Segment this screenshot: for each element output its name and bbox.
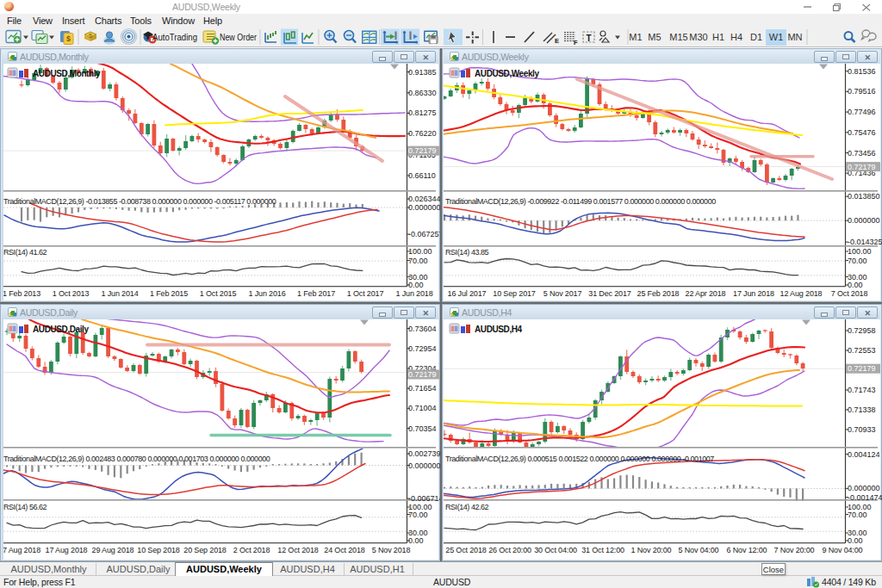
svg-text:6 Nov 12:00: 6 Nov 12:00 bbox=[727, 546, 767, 554]
svg-text:1 Oct 2015: 1 Oct 2015 bbox=[200, 289, 237, 298]
svg-text:0.000000: 0.000000 bbox=[408, 203, 440, 212]
svg-text:5 Nov 2018: 5 Nov 2018 bbox=[372, 546, 411, 554]
svg-text:70.00: 70.00 bbox=[848, 257, 867, 265]
svg-text:TraditionalMACD(12,26,9) 0.000: TraditionalMACD(12,26,9) 0.000515 0.0015… bbox=[445, 455, 714, 463]
svg-text:20 Sep 2018: 20 Sep 2018 bbox=[183, 546, 227, 554]
svg-text:-0.067257: -0.067257 bbox=[408, 230, 440, 238]
svg-text:AUDUSD,Monthly: AUDUSD,Monthly bbox=[33, 69, 101, 78]
svg-text:30 Oct 04:00: 30 Oct 04:00 bbox=[534, 546, 577, 554]
svg-text:0.72179: 0.72179 bbox=[408, 370, 437, 379]
svg-text:9 Nov 04:00: 9 Nov 04:00 bbox=[823, 546, 863, 554]
svg-text:70.00: 70.00 bbox=[848, 511, 867, 519]
svg-text:26 Oct 20:00: 26 Oct 20:00 bbox=[488, 546, 531, 554]
svg-text:10 Sep 2017: 10 Sep 2017 bbox=[493, 289, 536, 298]
svg-text:0.000000: 0.000000 bbox=[848, 216, 880, 225]
svg-text:1 Nov 20:00: 1 Nov 20:00 bbox=[631, 546, 672, 554]
svg-text:0.026344: 0.026344 bbox=[408, 195, 440, 203]
svg-text:12 Aug 2018: 12 Aug 2018 bbox=[780, 289, 823, 298]
svg-text:100.00: 100.00 bbox=[408, 247, 432, 256]
svg-text:5 Nov 04:00: 5 Nov 04:00 bbox=[679, 546, 719, 554]
svg-text:0.71004: 0.71004 bbox=[408, 404, 437, 412]
svg-text:RSI(14) 56.62: RSI(14) 56.62 bbox=[3, 503, 47, 511]
svg-text:TraditionalMACD(12,26,9) 0.002: TraditionalMACD(12,26,9) 0.002483 0.0007… bbox=[3, 455, 270, 463]
svg-text:1 Feb 2017: 1 Feb 2017 bbox=[297, 289, 335, 298]
svg-text:TraditionalMACD(12,26,9) -0.00: TraditionalMACD(12,26,9) -0.009922 -0.01… bbox=[445, 197, 716, 206]
svg-text:0.00: 0.00 bbox=[408, 281, 424, 289]
svg-text:AUDUSD,Daily: AUDUSD,Daily bbox=[33, 325, 89, 334]
svg-text:0.00: 0.00 bbox=[408, 536, 424, 545]
svg-text:30.00: 30.00 bbox=[848, 273, 867, 282]
svg-text:0.75476: 0.75476 bbox=[848, 128, 876, 137]
svg-text:17 Aug 2018: 17 Aug 2018 bbox=[46, 546, 88, 554]
svg-text:0.72179: 0.72179 bbox=[408, 146, 437, 155]
svg-text:0.004124: 0.004124 bbox=[848, 450, 880, 459]
svg-text:0.72954: 0.72954 bbox=[408, 344, 437, 353]
svg-text:12 Oct 2018: 12 Oct 2018 bbox=[277, 546, 319, 554]
svg-text:100.00: 100.00 bbox=[848, 247, 872, 256]
svg-text:T: T bbox=[586, 34, 591, 43]
svg-text:AUDUSD,Weekly: AUDUSD,Weekly bbox=[475, 69, 539, 78]
svg-text:0.013850: 0.013850 bbox=[848, 192, 880, 201]
svg-text:7 Nov 20:00: 7 Nov 20:00 bbox=[774, 546, 815, 554]
svg-text:1 Jun 2016: 1 Jun 2016 bbox=[248, 289, 285, 298]
svg-text:29 Aug 2018: 29 Aug 2018 bbox=[92, 546, 134, 554]
svg-text:RSI(14) 42.62: RSI(14) 42.62 bbox=[445, 503, 489, 511]
svg-text:22 Apr 2018: 22 Apr 2018 bbox=[686, 289, 726, 298]
svg-text:0.91385: 0.91385 bbox=[408, 68, 437, 77]
svg-text:0.73604: 0.73604 bbox=[408, 325, 437, 333]
svg-text:31 Oct 12:00: 31 Oct 12:00 bbox=[581, 546, 624, 554]
svg-text:0.00: 0.00 bbox=[848, 281, 863, 289]
svg-text:E: E bbox=[555, 37, 559, 45]
svg-text:0.81536: 0.81536 bbox=[848, 67, 876, 76]
svg-text:0.72958: 0.72958 bbox=[848, 326, 876, 335]
svg-text:0.72179: 0.72179 bbox=[848, 163, 876, 171]
svg-text:1 Feb 2013: 1 Feb 2013 bbox=[3, 289, 40, 298]
svg-text:0.81275: 0.81275 bbox=[408, 108, 437, 117]
svg-text:1 Oct 2013: 1 Oct 2013 bbox=[53, 289, 90, 298]
svg-text:0.70354: 0.70354 bbox=[408, 424, 437, 433]
svg-text:RSI(14) 41.62: RSI(14) 41.62 bbox=[3, 248, 47, 257]
svg-text:TraditionalMACD(12,26,9) -0.01: TraditionalMACD(12,26,9) -0.013855 -0.00… bbox=[3, 197, 276, 206]
svg-text:70.00: 70.00 bbox=[408, 511, 428, 519]
svg-text:25 Oct 2018: 25 Oct 2018 bbox=[445, 546, 487, 554]
svg-text:0.71338: 0.71338 bbox=[848, 405, 876, 414]
svg-text:-0.006714: -0.006714 bbox=[408, 494, 440, 503]
svg-text:0.71743: 0.71743 bbox=[848, 386, 876, 394]
svg-text:0.002739: 0.002739 bbox=[408, 449, 440, 458]
svg-text:1 Jun 2018: 1 Jun 2018 bbox=[395, 289, 432, 298]
svg-text:0.000000: 0.000000 bbox=[408, 461, 440, 470]
svg-text:0.72179: 0.72179 bbox=[848, 364, 876, 373]
svg-text:0.77496: 0.77496 bbox=[848, 108, 876, 116]
svg-text:2 Oct 2018: 2 Oct 2018 bbox=[233, 546, 270, 554]
svg-text:F: F bbox=[574, 39, 578, 46]
svg-text:16 Jul 2017: 16 Jul 2017 bbox=[448, 289, 487, 298]
svg-text:0.79516: 0.79516 bbox=[848, 87, 876, 96]
svg-text:7 Oct 2018: 7 Oct 2018 bbox=[831, 289, 868, 298]
svg-text:AUDUSD,H4: AUDUSD,H4 bbox=[475, 325, 523, 334]
svg-text:24 Oct 2018: 24 Oct 2018 bbox=[324, 546, 365, 554]
svg-text:0.70933: 0.70933 bbox=[848, 425, 876, 434]
svg-text:-0.001474: -0.001474 bbox=[848, 493, 882, 502]
svg-text:10 Sep 2018: 10 Sep 2018 bbox=[137, 546, 180, 554]
svg-text:0.000000: 0.000000 bbox=[848, 484, 880, 492]
svg-text:1 Jun 2014: 1 Jun 2014 bbox=[101, 289, 138, 298]
svg-text:0.86330: 0.86330 bbox=[408, 89, 437, 97]
svg-text:31 Dec 2017: 31 Dec 2017 bbox=[588, 289, 631, 298]
svg-text:0.72553: 0.72553 bbox=[848, 346, 876, 355]
svg-text:0.66110: 0.66110 bbox=[408, 171, 436, 180]
svg-text:0.73456: 0.73456 bbox=[848, 149, 876, 158]
svg-text:1 Oct 2017: 1 Oct 2017 bbox=[347, 289, 384, 298]
svg-text:-0.014325: -0.014325 bbox=[848, 238, 882, 246]
svg-text:7 Aug 2018: 7 Aug 2018 bbox=[3, 546, 40, 554]
svg-text:70.00: 70.00 bbox=[408, 257, 428, 265]
svg-text:0.00: 0.00 bbox=[848, 536, 863, 545]
svg-text:1 Feb 2015: 1 Feb 2015 bbox=[150, 289, 188, 298]
svg-text:0.71654: 0.71654 bbox=[408, 384, 437, 393]
svg-text:5 Nov 2017: 5 Nov 2017 bbox=[543, 289, 582, 298]
svg-text:0.76220: 0.76220 bbox=[408, 129, 437, 138]
svg-text:17 Jun 2018: 17 Jun 2018 bbox=[733, 289, 774, 298]
svg-text:25 Feb 2018: 25 Feb 2018 bbox=[637, 289, 680, 298]
svg-text:30.00: 30.00 bbox=[408, 273, 428, 282]
svg-text:RSI(14) 43.85: RSI(14) 43.85 bbox=[445, 248, 489, 257]
